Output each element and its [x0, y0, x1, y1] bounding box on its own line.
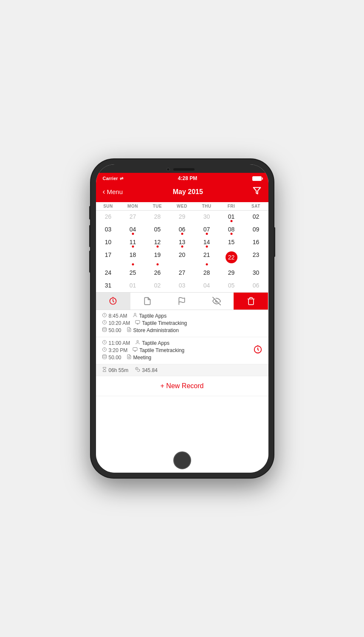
cal-cell-2-6[interactable]: 16	[244, 236, 268, 249]
cal-cell-1-2[interactable]: 05	[145, 223, 170, 236]
clock-icon	[102, 313, 107, 319]
cal-cell-1-6[interactable]: 09	[244, 223, 268, 236]
cell-number: 05	[228, 282, 235, 289]
cal-cell-3-2[interactable]: 19	[145, 249, 170, 267]
cell-number: 08	[228, 226, 235, 233]
cal-cell-5-0[interactable]: 31	[96, 279, 121, 292]
cal-cell-2-4[interactable]: 14	[195, 236, 219, 249]
calendar-grid[interactable]: 2627282930010203040506070809101112131415…	[96, 211, 268, 292]
volume-up-button[interactable]	[89, 225, 91, 247]
cal-cell-4-2[interactable]: 26	[145, 267, 170, 279]
entries-list: 8:45 AMTaptile Apps10:20 AMTaptile Timet…	[96, 310, 268, 448]
cal-cell-0-3[interactable]: 29	[170, 211, 195, 223]
entry-info-1: 11:00 AMTaptile Apps3:20 PMTaptile Timet…	[102, 340, 253, 361]
total-value: 345.84	[142, 367, 158, 373]
cal-cell-4-5[interactable]: 29	[219, 267, 244, 279]
cal-cell-5-6[interactable]: 06	[244, 279, 268, 292]
volume-down-button[interactable]	[89, 251, 91, 273]
cell-number: 22	[226, 251, 237, 263]
toolbar-timer-button[interactable]	[96, 293, 130, 310]
cal-cell-2-2[interactable]: 12	[145, 236, 170, 249]
cal-cell-3-4[interactable]: 21	[195, 249, 219, 267]
entry-row-1[interactable]: 11:00 AMTaptile Apps3:20 PMTaptile Timet…	[96, 337, 268, 364]
cal-cell-5-1[interactable]: 01	[121, 279, 145, 292]
svg-marker-0	[254, 188, 261, 194]
cell-number: 09	[253, 226, 260, 233]
cal-cell-4-4[interactable]: 28	[195, 267, 219, 279]
cell-number: 29	[179, 213, 186, 220]
filter-icon[interactable]	[253, 186, 261, 197]
person-icon	[135, 340, 140, 346]
back-chevron-icon: ‹	[103, 187, 105, 196]
day-name-thu: THU	[195, 202, 219, 210]
time-end: 3:20 PM	[109, 347, 128, 353]
cal-cell-5-4[interactable]: 04	[195, 279, 219, 292]
toolbar-eye-off-button[interactable]	[199, 293, 234, 310]
cell-number: 30	[253, 269, 260, 276]
client-name: Taptile Apps	[142, 340, 169, 346]
project-icon	[135, 320, 140, 326]
power-button[interactable]	[274, 227, 275, 257]
toolbar-document-button[interactable]	[130, 293, 165, 310]
cell-number: 17	[105, 251, 112, 258]
front-camera	[166, 168, 170, 171]
cell-number: 07	[203, 226, 210, 233]
duration-value: 06h 55m	[109, 367, 129, 373]
cal-cell-4-6[interactable]: 30	[244, 267, 268, 279]
cal-cell-3-6[interactable]: 23	[244, 249, 268, 267]
cal-cell-0-1[interactable]: 27	[121, 211, 145, 223]
cal-cell-0-6[interactable]: 02	[244, 211, 268, 223]
back-button[interactable]: ‹ Menu	[103, 187, 123, 196]
cal-cell-3-1[interactable]: 18	[121, 249, 145, 267]
cal-cell-3-0[interactable]: 17	[96, 249, 121, 267]
cell-number: 03	[179, 282, 186, 289]
cal-cell-1-0[interactable]: 03	[96, 223, 121, 236]
time-start: 8:45 AM	[109, 313, 127, 319]
cal-cell-0-2[interactable]: 28	[145, 211, 170, 223]
home-button[interactable]	[173, 451, 191, 469]
cell-number: 27	[179, 269, 186, 276]
svg-rect-17	[133, 348, 137, 351]
cal-cell-4-3[interactable]: 27	[170, 267, 195, 279]
cal-cell-5-5[interactable]: 05	[219, 279, 244, 292]
cal-cell-2-5[interactable]: 15	[219, 236, 244, 249]
cal-cell-5-3[interactable]: 03	[170, 279, 195, 292]
day-name-sun: SUN	[96, 202, 121, 210]
entry-row-0[interactable]: 8:45 AMTaptile Apps10:20 AMTaptile Timet…	[96, 310, 268, 337]
cell-number: 01	[228, 213, 235, 220]
cal-cell-4-0[interactable]: 24	[96, 267, 121, 279]
cell-number: 29	[228, 269, 235, 276]
duration-item: 06h 55m	[102, 367, 129, 373]
cal-cell-0-0[interactable]: 26	[96, 211, 121, 223]
svg-point-20	[102, 355, 106, 356]
cal-cell-1-3[interactable]: 06	[170, 223, 195, 236]
speaker	[173, 168, 195, 171]
cal-cell-4-1[interactable]: 25	[121, 267, 145, 279]
cal-cell-3-5[interactable]: 22	[219, 249, 244, 267]
task-name: Meeting	[133, 355, 152, 361]
cal-cell-5-2[interactable]: 02	[145, 279, 170, 292]
project-name: Taptile Timetracking	[142, 320, 187, 326]
cal-cell-3-3[interactable]: 20	[170, 249, 195, 267]
cal-cell-0-4[interactable]: 30	[195, 211, 219, 223]
project-name: Taptile Timetracking	[139, 347, 184, 353]
cal-cell-2-3[interactable]: 13	[170, 236, 195, 249]
cal-cell-2-0[interactable]: 10	[96, 236, 121, 249]
bottom-spacer	[96, 396, 268, 413]
svg-point-15	[137, 341, 138, 342]
cal-cell-2-1[interactable]: 11	[121, 236, 145, 249]
total-item: 345.84	[135, 367, 158, 373]
status-bar: Carrier ⇌ 4:28 PM	[96, 173, 268, 183]
cal-cell-1-4[interactable]: 07	[195, 223, 219, 236]
toolbar-trash-button[interactable]	[234, 293, 268, 310]
mute-button[interactable]	[89, 206, 91, 220]
new-record-button[interactable]: + New Record	[96, 376, 268, 396]
cal-cell-1-5[interactable]: 08	[219, 223, 244, 236]
entry-timer-button-1[interactable]	[253, 345, 262, 356]
toolbar-flag-button[interactable]	[165, 293, 199, 310]
cal-cell-1-1[interactable]: 04	[121, 223, 145, 236]
cal-cell-0-5[interactable]: 01	[219, 211, 244, 223]
nav-bar: ‹ Menu May 2015	[96, 183, 268, 202]
cell-number: 28	[154, 213, 161, 220]
cell-number: 16	[253, 239, 260, 245]
